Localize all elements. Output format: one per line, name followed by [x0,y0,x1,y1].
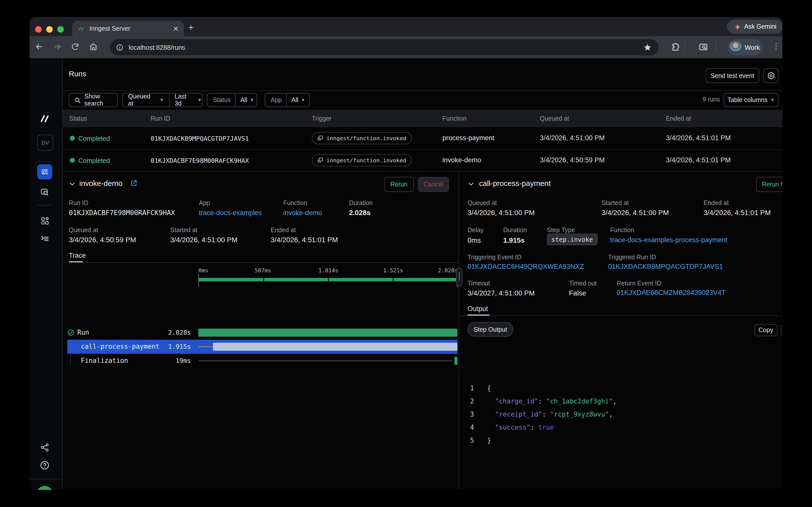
code-line: 5} [464,434,775,447]
side-panel-search-icon[interactable] [698,42,708,52]
indent-guide [70,354,71,366]
external-link-icon[interactable] [130,179,138,187]
run-id-cell: 01KJXDACKB9MPQACGTDP7JAVS1 [151,135,249,142]
runs-count: 9 runs [702,96,720,103]
collapse-chevron-icon[interactable] [467,180,475,187]
tick-label: 2.028s [438,267,458,274]
status-filter[interactable]: Status All▼ [207,93,257,107]
table-row[interactable]: Completed 01KJXDACBF7E98M00RAFCK9HAX inn… [63,149,783,172]
extensions-icon[interactable] [671,42,680,52]
ended-cell: 3/4/2026, 4:51:01 PM [666,156,731,164]
tick-label: 1.014s [318,267,338,274]
triggering-event-id-link[interactable]: 01KJXDACEC6H49QRQXWEA93NXZ [467,263,584,270]
tab-output[interactable]: Output [467,305,488,313]
profile-chip[interactable]: Work [728,39,763,55]
code-text: "receipt_id": "rcpt_9xyz8wvu", [487,410,613,418]
trigger-pill[interactable]: inngest/function.invoked [312,154,412,166]
table-row[interactable]: Completed 01KJXDACKB9MPQACGTDP7JAVS1 inn… [63,127,783,150]
app-sidebar: DV [29,58,63,490]
sidebar-item-runs[interactable] [37,164,52,179]
code-line: 3 "receipt_id": "rcpt_9xyz8wvu", [464,407,775,420]
env-badge[interactable]: DV [37,135,53,151]
trace-row-finalization[interactable]: Finalization 19ms [63,354,458,368]
tab-close-icon[interactable]: ✕ [173,25,179,32]
sidebar-item-terminal[interactable] [37,231,52,246]
copy-button[interactable]: Copy [754,324,777,336]
output-code-block[interactable]: 1{2 "charge_id": "ch_1abc2def3ghi",3 "re… [464,381,775,447]
ended-cell: 3/4/2026, 4:51:01 PM [666,134,731,142]
table-columns-button[interactable]: Table columns▼ [724,93,778,107]
col-queued-at: Queued at [540,115,569,122]
rerun-from-step-button[interactable]: Rerun from step [756,177,783,192]
status-dot [70,136,75,141]
status-text: Completed [78,135,110,142]
run-id-value: 01KJXDACBF7E98M00RAFCK9HAX [69,209,175,217]
code-text: "charge_id": "ch_1abc2def3ghi", [487,397,617,405]
traffic-close-button[interactable] [35,26,42,33]
collapse-chevron-icon[interactable] [69,180,76,187]
chevron-down-icon: ▼ [160,98,164,103]
traffic-zoom-button[interactable] [57,26,64,33]
function-link[interactable]: invoke-demo [283,209,322,217]
function-label: Function [283,200,307,207]
ask-gemini-button[interactable]: Ask Gemini [727,19,783,34]
trace-minimap[interactable] [198,274,457,287]
rerun-button[interactable]: Rerun [384,177,414,192]
word-wrap-button[interactable] [781,324,783,336]
timed-out-label: Timed out [569,280,597,287]
duration-value: 2.028s [349,209,371,217]
sidebar-item-events[interactable] [37,185,52,200]
code-text: "success": true [487,423,554,431]
home-icon[interactable] [89,42,98,51]
sidebar-item-apps[interactable] [37,213,52,228]
trigger-pill[interactable]: inngest/function.invoked [312,132,412,144]
line-number: 1 [464,384,474,392]
trace-row-selected[interactable]: call-process-payment 1.915s [67,340,457,354]
show-search-label: Show search [84,93,113,107]
return-event-id-label: Return Event ID [617,280,661,287]
traffic-minimize-button[interactable] [46,26,53,33]
return-event-id-link[interactable]: 01KJXDAE66CMZMB28439023V4T [617,289,726,296]
function-link[interactable]: trace-docs-examples-process-payment [610,236,728,244]
minimap-tick [263,278,264,281]
app-link[interactable]: trace-docs-examples [199,209,262,217]
function-cell: invoke-demo [442,156,481,164]
span-bar-selected[interactable] [213,343,457,351]
cancel-button[interactable]: Cancel [418,177,449,192]
app-filter[interactable]: App All▼ [265,93,310,107]
back-icon[interactable] [35,42,44,51]
kebab-menu-icon[interactable]: ⋮ [772,42,780,51]
step-output-toggle[interactable]: Step Output [467,322,513,337]
site-info-icon[interactable] [116,44,124,51]
browser-tab[interactable]: Inngest Server ✕ [72,21,184,36]
trace-row-run[interactable]: Run 2.028s [63,326,458,339]
forward-icon[interactable] [53,42,62,51]
gemini-sparkle-icon [734,23,741,31]
show-search-button[interactable]: Show search [69,93,118,107]
share-icon[interactable] [37,440,52,455]
reload-icon[interactable] [71,42,79,51]
dev-mode-button[interactable] [37,486,53,490]
col-status: Status [69,115,87,122]
tab-trace[interactable]: Trace [69,252,86,259]
triggered-run-id-link[interactable]: 01KJXDACKB9MPQACGTDP7JAVS1 [608,263,723,270]
settings-button[interactable] [763,68,778,83]
code-line: 2 "charge_id": "ch_1abc2def3ghi", [464,394,775,407]
bookmark-star-icon[interactable] [643,43,652,52]
url-bar[interactable]: localhost:8288/runs [110,39,659,55]
new-tab-button[interactable]: + [188,22,194,33]
send-test-event-button[interactable]: Send test event [705,68,759,83]
span-name: call-process-payment [81,343,160,350]
run-detail-pane: invoke-demo Rerun Cancel Run ID 01KJXDAC… [63,171,458,490]
timeout-label: Timeout [467,280,490,287]
page-title: Runs [69,69,86,78]
span-bar-finalization[interactable] [454,357,457,365]
help-icon[interactable] [37,458,52,473]
span-bar-run[interactable] [198,329,457,337]
profile-label: Work [745,44,760,51]
segment-divider [235,93,236,107]
step-title: call-process-payment [479,179,551,187]
span-lead-line [198,346,213,347]
time-filter[interactable]: Queued at▼ Last 3d▼ [122,93,202,107]
tick-label: 507ms [255,267,271,274]
